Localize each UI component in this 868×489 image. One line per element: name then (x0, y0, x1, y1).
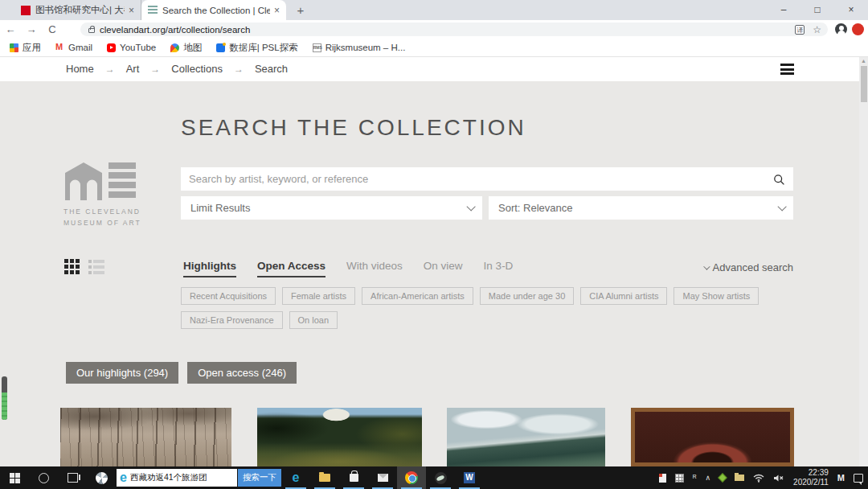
breadcrumb-art[interactable]: Art (126, 63, 140, 75)
breadcrumb-search[interactable]: Search (255, 63, 288, 75)
bookmark-maps[interactable]: 地图 (170, 42, 202, 54)
bookmark-apps[interactable]: 应用 (10, 42, 41, 54)
volume-muted-icon[interactable] (773, 474, 784, 483)
window-minimize-button[interactable]: – (767, 0, 800, 20)
translate-icon[interactable]: 译 (795, 25, 805, 35)
chrome-icon (405, 471, 418, 484)
chip-nazi-era-provenance[interactable]: Nazi-Era Provenance (181, 311, 283, 329)
tray-green-diamond-icon[interactable] (718, 473, 727, 482)
window-maximize-button[interactable]: □ (800, 0, 834, 20)
open-access-button[interactable]: Open access (246) (187, 362, 297, 384)
main-content: SEARCH THE COLLECTION THE CLEVELAND MUSE… (0, 81, 868, 466)
site-header: Home → Art → Collections → Search (0, 57, 868, 81)
https-lock-icon (88, 28, 95, 33)
chip-female-artists[interactable]: Female artists (282, 287, 355, 305)
tab-on-view[interactable]: On view (424, 260, 463, 277)
tab-close-icon[interactable]: × (129, 5, 134, 16)
cma-favicon-icon (148, 6, 158, 15)
search-icon[interactable] (772, 173, 785, 186)
reload-button[interactable]: C (42, 23, 63, 35)
chrome-taskbar-button[interactable] (397, 466, 426, 489)
browser-tab-met[interactable]: 图书馆和研究中心| 大都会艺术博 × (14, 0, 141, 20)
bookmark-gmail[interactable]: Gmail (55, 43, 92, 52)
cortana-icon (39, 473, 49, 483)
chip-on-loan[interactable]: On loan (289, 311, 338, 329)
maps-pin-icon (170, 43, 179, 52)
tray-hidden-icons-chevron[interactable]: ∧ (705, 474, 710, 482)
bookmark-database[interactable]: 数据库| PSL探索 (216, 42, 297, 54)
chrome-menu-update-icon[interactable] (852, 23, 864, 35)
clock-time: 22:39 (793, 468, 829, 479)
artwork-thumbnail-hunt-scene[interactable] (257, 408, 422, 466)
address-bar[interactable]: clevelandart.org/art/collection/search 译… (80, 23, 828, 36)
forward-button[interactable]: → (21, 23, 42, 35)
bookmark-youtube[interactable]: YouTube (107, 43, 156, 52)
tab-in-3d[interactable]: In 3-D (484, 260, 514, 277)
wifi-icon[interactable] (753, 474, 764, 483)
artwork-thumbnail-trees[interactable] (60, 408, 231, 466)
bookmark-star-icon[interactable]: ☆ (813, 24, 821, 35)
tray-ime-grid-icon[interactable] (675, 474, 684, 483)
new-tab-button[interactable]: + (293, 2, 309, 18)
limit-results-dropdown[interactable]: Limit Results (181, 196, 482, 220)
artwork-thumbnail-mandala[interactable] (631, 408, 794, 466)
breadcrumb-home[interactable]: Home (66, 63, 94, 75)
tray-folder-icon[interactable] (735, 475, 744, 481)
tray-document-icon[interactable] (659, 474, 666, 483)
task-view-button[interactable] (58, 466, 87, 489)
scrollbar-up-arrow-icon[interactable]: ▲ (861, 58, 866, 64)
chevron-down-icon (777, 202, 786, 211)
page-scrollbar[interactable]: ▲ (859, 57, 868, 466)
pinwheel-app-button[interactable] (87, 466, 116, 489)
start-button[interactable] (0, 466, 29, 489)
mail-envelope-icon (378, 474, 388, 482)
search-input[interactable] (189, 173, 772, 185)
page-progress-indicator (2, 376, 7, 420)
tab-close-icon[interactable]: × (274, 5, 280, 16)
scrollbar-thumb[interactable] (861, 66, 867, 102)
artwork-results-row (60, 408, 794, 466)
chip-cia-alumni-artists[interactable]: CIA Alumni artists (580, 287, 667, 305)
filter-tabs: Highlights Open Access With videos On vi… (183, 260, 513, 277)
cortana-button[interactable] (29, 466, 58, 489)
ime-indicator[interactable]: M (837, 473, 845, 483)
taskbar-search-query[interactable]: 西藏劝返41个旅游团 (130, 472, 237, 483)
artwork-thumbnail-mountains[interactable] (447, 408, 605, 466)
bookmark-rijksmuseum[interactable]: RMSRijksmuseum – H... (313, 43, 406, 52)
edge-taskbar-button[interactable]: e (281, 466, 310, 489)
breadcrumb-collections[interactable]: Collections (171, 63, 223, 75)
chip-made-under-age-30[interactable]: Made under age 30 (480, 287, 574, 305)
site-menu-icon[interactable] (780, 64, 794, 77)
our-highlights-button[interactable]: Our highlights (294) (66, 362, 178, 384)
mail-button[interactable] (368, 466, 397, 489)
file-explorer-button[interactable] (310, 466, 339, 489)
back-button[interactable]: ← (0, 23, 21, 35)
tab-with-videos[interactable]: With videos (346, 260, 403, 277)
list-view-icon[interactable] (88, 259, 104, 275)
profile-avatar-icon[interactable] (835, 23, 847, 35)
taskbar-search-box[interactable]: e 西藏劝返41个旅游团 (117, 469, 237, 487)
media-app-button[interactable] (426, 466, 455, 489)
window-close-button[interactable]: × (834, 0, 868, 20)
word-taskbar-button[interactable]: W (455, 466, 484, 489)
grid-view-icon[interactable] (64, 259, 80, 275)
taskbar-clock[interactable]: 22:39 2020/2/11 (793, 468, 829, 488)
youtube-icon (107, 43, 116, 52)
taskbar-search-button[interactable]: 搜索一下 (238, 469, 281, 487)
chip-recent-acquisitions[interactable]: Recent Acquisitions (181, 287, 276, 305)
chip-may-show-artists[interactable]: May Show artists (674, 287, 759, 305)
sort-dropdown[interactable]: Sort: Relevance (489, 196, 793, 220)
browser-tab-cleveland[interactable]: Search the Collection | Clevela × (141, 0, 286, 20)
tab-open-access[interactable]: Open Access (257, 260, 326, 277)
chip-african-american-artists[interactable]: African-American artists (362, 287, 473, 305)
tray-person-icon[interactable]: ᴿ (693, 474, 697, 482)
cleveland-museum-logo: THE CLEVELAND MUSEUM OF ART (63, 160, 144, 229)
tab-title: 图书馆和研究中心| 大都会艺术博 (35, 4, 125, 16)
store-bag-icon (350, 474, 358, 482)
microsoft-store-button[interactable] (339, 466, 368, 489)
task-view-icon (68, 473, 78, 483)
tab-highlights[interactable]: Highlights (183, 260, 236, 277)
logo-text-line1: THE CLEVELAND (63, 206, 144, 217)
advanced-search-toggle[interactable]: Advanced search (703, 261, 793, 273)
action-center-icon[interactable] (854, 474, 863, 483)
